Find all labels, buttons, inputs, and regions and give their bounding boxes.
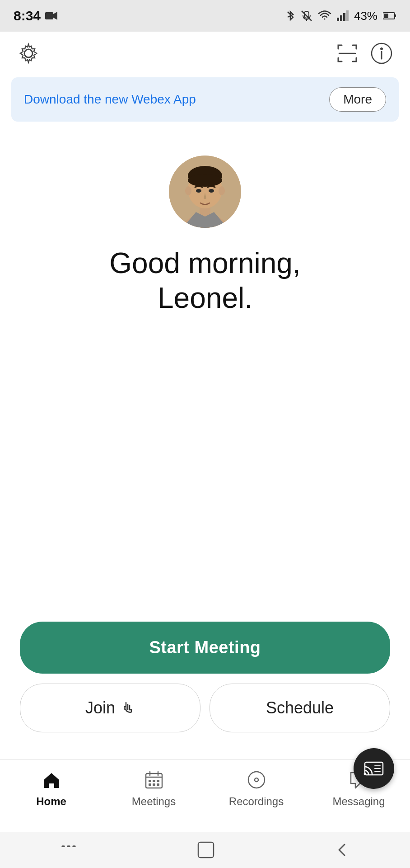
svg-marker-1 [53,12,57,20]
svg-rect-6 [343,13,345,21]
svg-point-26 [209,189,214,193]
signal-icon [337,10,349,21]
avatar [169,156,241,228]
meetings-icon [144,770,164,790]
nav-label-meetings: Meetings [132,795,176,808]
bluetooth-icon [285,9,295,22]
nav-label-messaging: Messaging [332,795,385,808]
status-time: 8:34 [14,8,58,24]
mute-icon [301,10,312,22]
secondary-buttons: Join Schedule [20,684,390,732]
nav-label-recordings: Recordings [229,795,284,808]
more-button[interactable]: More [329,87,386,112]
system-nav-bar [0,832,410,868]
meetings-nav-icon [142,768,166,792]
svg-rect-10 [384,14,388,18]
join-button[interactable]: Join [20,684,200,732]
svg-rect-38 [157,780,159,782]
status-icons: 43% [285,9,396,23]
scan-button[interactable] [335,41,360,66]
svg-rect-5 [340,15,342,21]
recordings-nav-icon [245,768,268,792]
cast-floating-button[interactable] [354,748,394,789]
svg-point-25 [196,189,201,193]
svg-point-42 [248,772,265,788]
recordings-icon [247,770,266,790]
svg-point-28 [364,773,366,775]
svg-rect-47 [198,842,214,858]
svg-rect-39 [149,783,151,786]
svg-rect-7 [346,10,349,21]
header-right [335,41,394,66]
svg-point-43 [255,778,258,782]
svg-rect-40 [153,783,155,786]
avatar-container [169,156,241,228]
greeting: Good morning, Leonel. [109,246,300,316]
nav-item-home[interactable]: Home [0,768,102,808]
svg-rect-0 [45,12,53,19]
home-sys-button[interactable] [197,841,215,859]
svg-point-24 [219,186,225,195]
action-buttons: Start Meeting Join Schedule [20,622,390,732]
svg-point-23 [185,186,191,195]
back-sys-button[interactable] [334,842,350,858]
svg-rect-4 [337,18,339,21]
bottom-navigation: Home Meetings Re [0,760,410,832]
info-icon [370,42,393,65]
svg-point-22 [188,174,222,187]
avatar-image [169,156,241,228]
home-nav-icon [40,768,63,792]
wifi-icon [318,10,331,22]
download-banner: Download the new Webex App More [11,77,399,122]
svg-rect-36 [149,780,151,782]
svg-point-11 [24,49,33,57]
battery-icon [383,12,396,20]
scan-icon [335,42,359,65]
nav-label-home: Home [36,795,66,808]
svg-rect-9 [395,14,396,17]
home-icon [42,770,61,790]
svg-rect-41 [157,783,159,786]
svg-point-15 [381,48,383,50]
banner-text: Download the new Webex App [24,92,196,107]
nav-item-recordings[interactable]: Recordings [205,768,308,808]
recent-apps-button[interactable] [60,843,78,857]
camera-icon [45,11,58,21]
main-content: Good morning, Leonel. Start Meeting Join… [0,128,410,760]
header [0,32,410,75]
schedule-button[interactable]: Schedule [210,684,390,732]
gear-icon [17,42,40,65]
cast-icon [363,758,385,779]
info-button[interactable] [369,41,394,66]
cursor-icon [121,701,135,715]
start-meeting-button[interactable]: Start Meeting [20,622,390,674]
status-bar: 8:34 43% [0,0,410,32]
svg-rect-37 [153,780,155,782]
settings-button[interactable] [16,41,41,66]
nav-item-meetings[interactable]: Meetings [102,768,205,808]
